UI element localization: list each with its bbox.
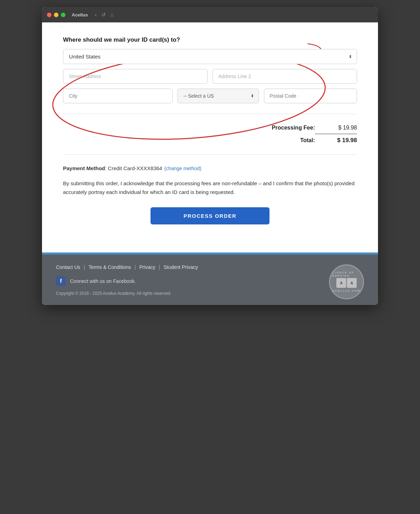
footer-sep-2: |: [134, 264, 136, 270]
minimize-button[interactable]: [54, 13, 58, 17]
section-divider-2: [63, 154, 357, 155]
state-select[interactable]: -- Select a US Alabama Alaska Arizona Ca…: [177, 89, 259, 103]
processing-fee-row: Processing Fee: $ 19.98: [63, 125, 357, 131]
browser-window: Acellus ‹ ↺ ⌂ Where should we mail your …: [42, 7, 378, 305]
logo-text-bottom: ACELLUS.COM: [332, 289, 360, 292]
street-address-input[interactable]: [63, 69, 208, 84]
home-button[interactable]: ⌂: [111, 12, 113, 18]
close-button[interactable]: [47, 13, 51, 17]
back-button[interactable]: ‹: [95, 12, 97, 18]
state-select-wrapper: -- Select a US Alabama Alaska Arizona Ca…: [177, 89, 259, 103]
fee-section: Processing Fee: $ 19.98 Total: $ 19.98: [63, 125, 357, 144]
payment-method-value: : Credit Card-XXXX8364: [105, 165, 162, 171]
footer-left: Contact Us | Terms & Conditions | Privac…: [56, 264, 198, 296]
total-value: $ 19.98: [329, 137, 357, 144]
logo-circle: SCIENCE OF LEARNING A A ACELLUS.COM: [329, 264, 364, 299]
payment-method-label: Payment Method: [63, 165, 105, 171]
traffic-lights: [47, 13, 65, 17]
country-select[interactable]: United States Canada Mexico: [63, 49, 357, 64]
student-privacy-link[interactable]: Student Privacy: [163, 264, 198, 270]
section-divider-1: [63, 114, 357, 114]
process-btn-wrapper: PROCESS ORDER: [63, 207, 357, 224]
footer: Contact Us | Terms & Conditions | Privac…: [42, 252, 378, 305]
address-line2-input[interactable]: [212, 69, 357, 84]
address-row-1: [63, 69, 357, 84]
copyright-text: Copyright © 2018 - 2025 Acellus Academy.…: [56, 291, 198, 296]
processing-fee-label: Processing Fee:: [272, 125, 315, 131]
maximize-button[interactable]: [61, 13, 65, 17]
footer-social: f Connect with us on Facebook.: [56, 276, 198, 286]
facebook-icon[interactable]: f: [56, 276, 66, 286]
total-label: Total:: [300, 137, 315, 144]
address-form-section: United States Canada Mexico ⬍ -- Select …: [63, 49, 357, 103]
refresh-button[interactable]: ↺: [102, 12, 106, 18]
social-text: Connect with us on Facebook.: [70, 278, 136, 284]
country-select-wrapper: United States Canada Mexico ⬍: [63, 49, 357, 64]
postal-code-input[interactable]: [264, 89, 357, 103]
logo-box-right: A: [347, 278, 357, 288]
content-area: Where should we mail your ID card(s) to?…: [42, 22, 378, 252]
processing-fee-value: $ 19.98: [329, 125, 357, 131]
process-order-button[interactable]: PROCESS ORDER: [150, 207, 270, 224]
footer-sep-1: |: [84, 264, 85, 270]
disclaimer-text: By submitting this order, I acknowledge …: [63, 179, 357, 197]
nav-controls: ‹ ↺ ⌂: [95, 12, 113, 18]
footer-content: Contact Us | Terms & Conditions | Privac…: [42, 255, 378, 305]
change-method-link[interactable]: (change method): [164, 166, 201, 171]
total-divider: [315, 134, 357, 134]
logo-box-left: A: [336, 278, 346, 288]
acellus-logo: SCIENCE OF LEARNING A A ACELLUS.COM: [329, 264, 364, 299]
terms-link[interactable]: Terms & Conditions: [89, 264, 131, 270]
contact-us-link[interactable]: Contact Us: [56, 264, 80, 270]
payment-section: Payment Method: Credit Card-XXXX8364(cha…: [63, 165, 357, 172]
payment-method-line: Payment Method: Credit Card-XXXX8364(cha…: [63, 165, 201, 171]
city-input[interactable]: [63, 89, 173, 103]
titlebar: Acellus ‹ ↺ ⌂: [42, 7, 378, 22]
form-heading: Where should we mail your ID card(s) to?: [63, 36, 357, 43]
window-title: Acellus: [72, 12, 88, 18]
city-state-row: -- Select a US Alabama Alaska Arizona Ca…: [63, 89, 357, 103]
footer-sep-3: |: [159, 264, 160, 270]
logo-text-top: SCIENCE OF LEARNING: [330, 271, 363, 277]
total-row: Total: $ 19.98: [63, 137, 357, 144]
logo-boxes: A A: [336, 278, 357, 288]
privacy-link[interactable]: Privacy: [139, 264, 155, 270]
footer-links: Contact Us | Terms & Conditions | Privac…: [56, 264, 198, 270]
